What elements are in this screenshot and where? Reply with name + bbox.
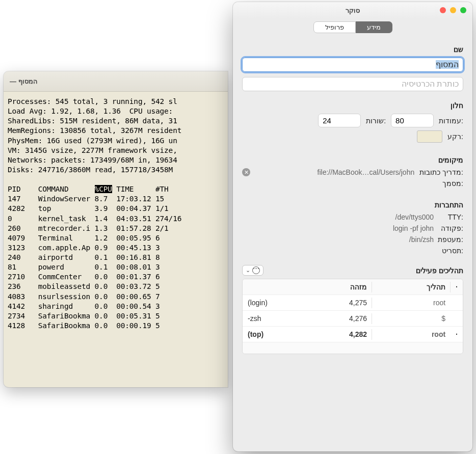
inspector-title: סוקר	[346, 7, 360, 14]
table-row[interactable]: root(login)4,275	[243, 295, 463, 311]
name-label: שם	[242, 45, 463, 54]
row-id: (top)4,282	[243, 327, 372, 342]
columns-input[interactable]	[391, 114, 434, 127]
terminal-window: המסוף — Processes: 545 total, 3 running,…	[4, 71, 228, 387]
columns-label: :עמודות	[439, 117, 463, 125]
row-id: -zsh4,276	[243, 311, 372, 327]
tab-title-placeholder: כותרת הכרטיסיה	[402, 79, 459, 88]
clear-icon[interactable]: ✕	[242, 168, 250, 176]
table-row[interactable]: ·root(top)4,282	[243, 327, 463, 342]
tab-info[interactable]: מידע	[356, 21, 392, 33]
close-icon[interactable]	[440, 7, 446, 13]
section-connection: התחברות :TTY /dev/ttys000 :פקודה login -…	[233, 196, 472, 260]
row-bullet: ·	[451, 327, 463, 342]
terminal-body[interactable]: Processes: 545 total, 3 running, 542 sl …	[4, 92, 228, 336]
col-bullet[interactable]: ·	[451, 279, 463, 295]
locations-label: מיקומים	[242, 156, 463, 164]
background-label: :רקע	[447, 132, 463, 141]
table-row[interactable]: $-zsh4,276	[243, 311, 463, 327]
col-id[interactable]: מזהה	[243, 279, 372, 295]
section-processes: תהליכים פעילים ⌄	[233, 260, 472, 276]
document-label: :מסמך	[442, 179, 463, 188]
traffic-lights	[440, 7, 466, 13]
row-id: (login)4,275	[243, 295, 372, 311]
terminal-titlebar[interactable]: המסוף —	[4, 71, 228, 92]
tab-profile[interactable]: פרופיל	[313, 21, 356, 33]
col-process[interactable]: תהליך	[372, 279, 451, 295]
connection-label: התחברות	[242, 201, 463, 209]
name-input-value: המסוף	[436, 60, 459, 69]
zoom-icon[interactable]	[460, 7, 466, 13]
row-bullet	[451, 311, 463, 327]
ellipsis-icon	[252, 266, 260, 274]
rows-label: :שורות	[366, 117, 386, 125]
shell-label: :מעטפת	[438, 235, 463, 244]
row-process: $	[372, 311, 451, 327]
inspector-titlebar[interactable]: סוקר	[233, 2, 472, 18]
addressdir-value: file://MacBook…cal/Users/john	[255, 168, 414, 176]
tty-label: :TTY	[438, 213, 463, 221]
inspector-window: סוקר מידע פרופיל שם המסוף כותרת הכרטיסיה…	[233, 2, 472, 451]
background-swatch[interactable]	[417, 130, 442, 143]
section-window: חלון :עמודות :שורות :רקע	[233, 96, 472, 151]
process-actions-menu[interactable]: ⌄	[242, 265, 263, 276]
addressdir-label: :מדריך כתובות	[419, 168, 463, 176]
tab-title-input[interactable]: כותרת הכרטיסיה	[242, 77, 463, 91]
tty-value: /dev/ttys000	[242, 213, 434, 221]
row-process: root	[372, 295, 451, 311]
name-input[interactable]: המסוף	[242, 58, 463, 72]
row-bullet	[451, 295, 463, 311]
command-value: login -pf john	[242, 224, 434, 232]
terminal-title: המסוף —	[10, 77, 38, 85]
processes-label: תהליכים פעילים	[416, 266, 463, 275]
script-label: :תסריט	[438, 247, 463, 255]
rows-input[interactable]	[318, 114, 361, 127]
section-locations: מיקומים :מדריך כתובות file://MacBook…cal…	[233, 151, 472, 196]
shell-value: /bin/zsh	[242, 235, 434, 244]
process-table: · תהליך מזהה root(login)4,275$-zsh4,276·…	[242, 279, 463, 354]
row-process: root	[372, 327, 451, 342]
minimize-icon[interactable]	[450, 7, 456, 13]
chevron-down-icon: ⌄	[246, 267, 250, 274]
tab-segmented-control: מידע פרופיל	[313, 21, 392, 33]
command-label: :פקודה	[438, 224, 463, 232]
section-name: שם המסוף כותרת הכרטיסיה	[233, 40, 472, 96]
window-label: חלון	[242, 101, 463, 110]
